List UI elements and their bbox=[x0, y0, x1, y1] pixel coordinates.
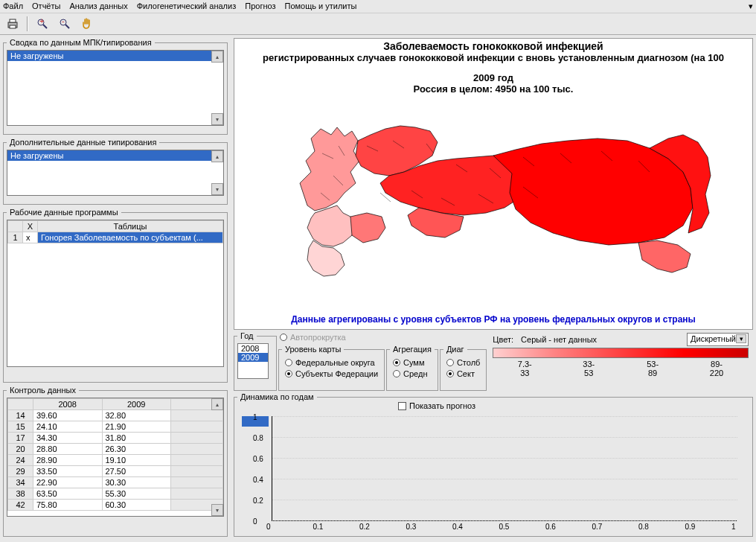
year-2009[interactable]: 2009 bbox=[238, 353, 268, 362]
autoscroll-radio bbox=[280, 334, 287, 341]
diag-bar-radio[interactable] bbox=[446, 359, 454, 366]
diag-fieldset: Диаг Столб Сект bbox=[440, 345, 487, 391]
menu-phylo[interactable]: Филогенетический анализ bbox=[137, 1, 237, 11]
zoom-in-icon[interactable]: + bbox=[34, 16, 51, 32]
table-row[interactable]: 1734.3031.80 bbox=[8, 433, 223, 444]
map-title: Заболеваемость гонококковой инфекцией bbox=[234, 39, 752, 52]
col-2009: 2009 bbox=[102, 399, 171, 410]
rabochie-grid[interactable]: XТаблицы 1xГонорея Заболеваемость по суб… bbox=[7, 220, 224, 367]
zoom-out-icon[interactable]: - bbox=[57, 16, 73, 32]
year-fieldset: Год 2008 2009 bbox=[234, 331, 277, 391]
map-panel: Заболеваемость гонококковой инфекцией ре… bbox=[234, 38, 753, 330]
map-note: Данные агрегированы с уровня субъектов Р… bbox=[234, 314, 752, 325]
x-tick: 0.9 bbox=[685, 523, 696, 531]
table-row[interactable]: 1524.1021.90 bbox=[8, 421, 223, 433]
table-row[interactable]: 3863.5055.30 bbox=[8, 488, 223, 500]
table-row[interactable]: 2933.5027.50 bbox=[8, 466, 223, 477]
year-2008[interactable]: 2008 bbox=[238, 344, 268, 353]
svg-text:+: + bbox=[39, 18, 44, 25]
table-row[interactable]: 3422.9030.30 bbox=[8, 477, 223, 488]
scroll-up-icon[interactable]: ▴ bbox=[211, 51, 223, 63]
minimize-icon[interactable]: ▾ bbox=[749, 1, 753, 11]
map-total: Россия в целом: 4950 на 100 тыс. bbox=[234, 83, 752, 95]
panel-svodka: Сводка по данным МПК/типирования Не загр… bbox=[3, 38, 228, 135]
y-tick: 1 bbox=[253, 413, 257, 421]
dop-listbox[interactable]: Не загружены ▴ ▾ bbox=[7, 150, 224, 196]
menubar: Файл Отчёты Анализ данных Филогенетическ… bbox=[0, 0, 756, 13]
table-row[interactable]: 4275.8060.30 bbox=[8, 500, 223, 511]
table-row[interactable]: 2428.9019.10 bbox=[8, 455, 223, 466]
scroll-down-icon[interactable]: ▾ bbox=[211, 504, 223, 516]
panel-rabochie: Рабочие данные программы XТаблицы 1xГоно… bbox=[3, 208, 228, 383]
maplevel-federal-radio[interactable] bbox=[285, 359, 292, 366]
menu-forecast[interactable]: Прогноз bbox=[245, 1, 275, 11]
map-subtitle: регистрированных случаев гонококковой ин… bbox=[234, 52, 752, 63]
panel-dop: Дополнительные данные типирования Не заг… bbox=[3, 138, 228, 205]
pan-icon[interactable] bbox=[79, 16, 95, 32]
dynamics-panel: Динамика по годам Показать прогноз 00.20… bbox=[234, 392, 753, 537]
col-2008: 2008 bbox=[33, 399, 103, 410]
svodka-listbox[interactable]: Не загружены ▴ ▾ bbox=[7, 50, 224, 126]
agg-fieldset: Агрегация Сумм Средн bbox=[386, 345, 438, 391]
table-row[interactable]: 2028.8026.30 bbox=[8, 444, 223, 455]
maplevel-subjects-radio[interactable] bbox=[285, 370, 292, 377]
kontrol-grid[interactable]: 20082009 1439.6032.801524.1021.901734.30… bbox=[7, 398, 224, 517]
print-icon[interactable] bbox=[4, 16, 21, 32]
dynamics-title: Динамика по годам bbox=[237, 392, 317, 401]
x-tick: 0.6 bbox=[545, 523, 556, 531]
scroll-up-icon[interactable]: ▴ bbox=[211, 398, 223, 410]
show-forecast-checkbox[interactable] bbox=[398, 402, 406, 410]
table-row[interactable]: 1439.6032.80 bbox=[8, 410, 223, 421]
rabochie-row[interactable]: Гонорея Заболеваемость по субъектам (... bbox=[38, 232, 223, 243]
x-tick: 0.2 bbox=[359, 523, 370, 531]
scroll-up-icon[interactable]: ▴ bbox=[211, 150, 223, 162]
color-note: Серый - нет данных bbox=[521, 335, 597, 344]
diag-label: Диаг bbox=[443, 345, 467, 354]
maplevel-fieldset: Уровень карты Федеральные округа Субъект… bbox=[278, 345, 385, 391]
right-column: Заболеваемость гонококковой инфекцией ре… bbox=[231, 35, 756, 540]
diag-pie-radio[interactable] bbox=[446, 370, 454, 377]
agg-mean-radio[interactable] bbox=[393, 370, 400, 377]
menu-file[interactable]: Файл bbox=[3, 1, 23, 11]
x-tick: 1 bbox=[731, 523, 736, 531]
scroll-down-icon[interactable]: ▾ bbox=[211, 113, 223, 125]
toolbar: + - bbox=[0, 13, 756, 35]
legend-labels: 7.3- 33 33- 53 53- 89 89- 220 bbox=[493, 360, 749, 377]
panel-kontrol-title: Контроль данных bbox=[7, 386, 79, 395]
menu-analysis[interactable]: Анализ данных bbox=[69, 1, 127, 11]
x-tick: 0.8 bbox=[638, 523, 649, 531]
legend-gradient bbox=[493, 348, 749, 358]
dynamics-chart: 00.20.40.60.8100.10.20.30.40.50.60.70.80… bbox=[272, 416, 737, 521]
panel-rabochie-title: Рабочие данные программы bbox=[7, 208, 121, 217]
col-x: X bbox=[23, 221, 38, 232]
x-tick: 0.5 bbox=[499, 523, 510, 531]
y-tick: 0.4 bbox=[253, 476, 263, 484]
left-column: Сводка по данным МПК/типирования Не загр… bbox=[0, 35, 231, 540]
show-forecast-label: Показать прогноз bbox=[409, 401, 475, 410]
dop-item[interactable]: Не загружены bbox=[7, 150, 223, 161]
svg-rect-1 bbox=[10, 19, 16, 22]
maplevel-federal-label: Федеральные округа bbox=[295, 358, 375, 367]
maplevel-label: Уровень карты bbox=[282, 345, 344, 354]
color-mode-dropdown[interactable]: Дискретный bbox=[687, 333, 749, 346]
x-tick: 0.3 bbox=[406, 523, 417, 531]
x-tick: 0.7 bbox=[592, 523, 603, 531]
panel-svodka-title: Сводка по данным МПК/типирования bbox=[7, 38, 155, 47]
russia-map[interactable] bbox=[234, 98, 752, 291]
y-tick: 0 bbox=[253, 517, 257, 526]
svodka-item[interactable]: Не загружены bbox=[7, 51, 223, 61]
menu-reports[interactable]: Отчёты bbox=[32, 1, 60, 11]
scroll-down-icon[interactable]: ▾ bbox=[211, 183, 223, 195]
year-list[interactable]: 2008 2009 bbox=[237, 343, 269, 379]
x-tick: 0 bbox=[266, 523, 271, 531]
menu-help[interactable]: Помощь и утилиты bbox=[285, 1, 357, 11]
controls-row: Год 2008 2009 Автопрокрутка Уровень карт… bbox=[234, 331, 753, 391]
agg-sum-radio[interactable] bbox=[393, 359, 400, 366]
agg-label: Агрегация bbox=[390, 345, 435, 354]
x-tick: 0.1 bbox=[313, 523, 324, 531]
maplevel-subjects-label: Субъекты Федерации bbox=[295, 369, 378, 378]
panel-kontrol: Контроль данных 20082009 1439.6032.80152… bbox=[3, 386, 228, 537]
svg-rect-2 bbox=[10, 25, 16, 28]
autoscroll-label: Автопрокрутка bbox=[290, 333, 346, 342]
y-tick: 0.6 bbox=[253, 455, 263, 463]
